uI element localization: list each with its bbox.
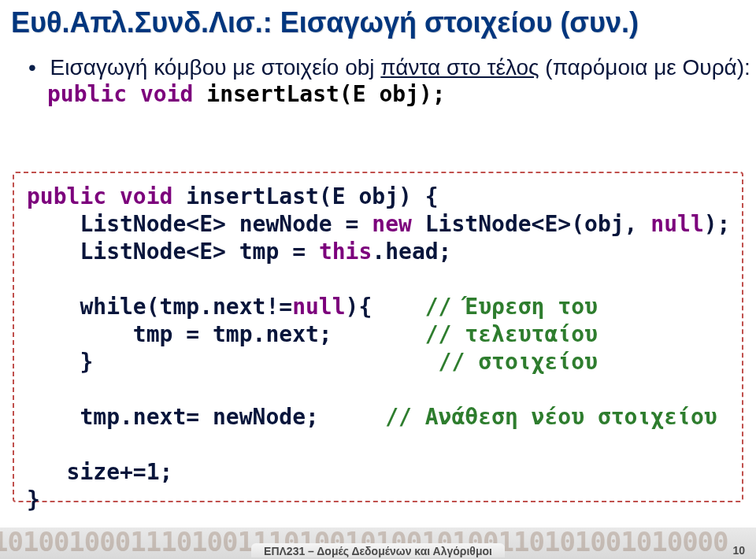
code-text: size+=1; xyxy=(27,459,172,485)
code-block: public void insertLast(E obj) { ListNode… xyxy=(13,172,743,502)
comment: // τελευταίου xyxy=(425,321,598,347)
code-text: ); xyxy=(704,211,731,237)
keyword: public void xyxy=(47,81,206,107)
keyword-new: new xyxy=(372,211,412,237)
code-text: } xyxy=(27,349,93,375)
bullet-text-post: (παρόμοια με Ουρά): xyxy=(539,55,750,80)
keyword-null: null xyxy=(292,294,345,320)
comment: // Έυρεση του xyxy=(425,294,598,320)
method-name: insertLast(E obj); xyxy=(206,81,445,107)
code-text: ListNode<E> tmp = xyxy=(27,239,319,265)
page-number: 10 xyxy=(732,544,745,557)
pad xyxy=(93,349,438,375)
code-text: while(tmp.next!= xyxy=(27,294,292,320)
comment: // Ανάθεση νέου στοιχείου xyxy=(385,404,717,430)
code-text: } xyxy=(27,487,40,513)
comment: // στοιχείου xyxy=(439,349,598,375)
code-text: .head; xyxy=(372,239,451,265)
bullet-item: Εισαγωγή κόμβου με στοιχείο obj πάντα στ… xyxy=(28,54,756,81)
code-text: ){ xyxy=(346,294,372,320)
code-text: ListNode<E> newNode = xyxy=(27,211,372,237)
code-text: tmp = tmp.next; xyxy=(27,321,332,347)
footer-wrap: ΕΠΛ231 – Δομές Δεδομένων και Αλγόριθμοι xyxy=(0,543,756,559)
slide-title: Ευθ.Απλ.Συνδ.Λισ.: Εισαγωγή στοιχείου (σ… xyxy=(0,0,756,39)
pad xyxy=(372,294,424,320)
bullet-text-underlined: πάντα στο τέλος xyxy=(380,55,539,80)
pad xyxy=(332,321,425,347)
bullet-text-pre: Εισαγωγή κόμβου με στοιχείο obj xyxy=(50,55,381,80)
pad xyxy=(319,404,385,430)
footer-label: ΕΠΛ231 – Δομές Δεδομένων και Αλγόριθμοι xyxy=(251,543,505,557)
keyword: public void xyxy=(27,183,186,209)
keyword-this: this xyxy=(319,239,372,265)
method-signature: public void insertLast(E obj); xyxy=(47,81,756,107)
code-text: insertLast(E obj) { xyxy=(186,183,438,209)
keyword-null: null xyxy=(650,211,703,237)
code-text: tmp.next= newNode; xyxy=(27,404,319,430)
code-text: ListNode<E>(obj, xyxy=(412,211,650,237)
